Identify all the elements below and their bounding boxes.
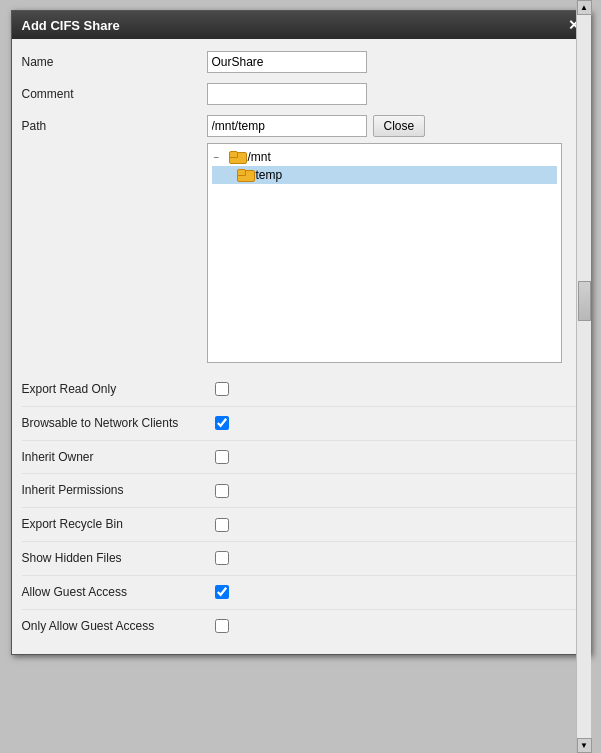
only-allow-guest-access-label: Only Allow Guest Access (22, 618, 207, 635)
checkboxes-section: Export Read Only Browsable to Network Cl… (22, 373, 580, 642)
add-cifs-share-dialog: Add CIFS Share ✕ Name Comment Path (11, 10, 591, 655)
show-hidden-files-checkbox[interactable] (215, 551, 229, 565)
inherit-owner-row: Inherit Owner (22, 441, 580, 475)
scroll-down-icon: ▼ (580, 741, 588, 750)
path-input-group: Close (207, 115, 580, 137)
scroll-up-button[interactable]: ▲ (577, 0, 592, 15)
mnt-folder-icon (229, 151, 245, 164)
allow-guest-access-label: Allow Guest Access (22, 584, 207, 601)
only-allow-guest-access-checkbox[interactable] (215, 619, 229, 633)
show-hidden-files-checkbox-area (207, 551, 237, 565)
path-close-button[interactable]: Close (373, 115, 426, 137)
only-allow-guest-access-row: Only Allow Guest Access (22, 610, 580, 643)
temp-folder-icon (237, 169, 253, 182)
file-tree: − /mnt temp (207, 143, 562, 363)
inherit-permissions-row: Inherit Permissions (22, 474, 580, 508)
title-bar: Add CIFS Share ✕ (12, 11, 590, 39)
show-hidden-files-row: Show Hidden Files (22, 542, 580, 576)
export-recycle-bin-label: Export Recycle Bin (22, 516, 207, 533)
path-field-container: Close − /mnt temp (207, 115, 580, 363)
show-hidden-files-label: Show Hidden Files (22, 550, 207, 567)
inherit-owner-checkbox[interactable] (215, 450, 229, 464)
mnt-toggle-icon: − (214, 152, 226, 163)
browsable-network-clients-checkbox-area (207, 416, 237, 430)
export-recycle-bin-checkbox[interactable] (215, 518, 229, 532)
comment-label: Comment (22, 83, 207, 101)
path-input[interactable] (207, 115, 367, 137)
scroll-up-icon: ▲ (580, 3, 588, 12)
inherit-owner-label: Inherit Owner (22, 449, 207, 466)
export-read-only-checkbox[interactable] (215, 382, 229, 396)
allow-guest-access-checkbox-area (207, 585, 237, 599)
dialog-body: Name Comment Path Close (12, 39, 590, 654)
dialog-title: Add CIFS Share (22, 18, 120, 33)
browsable-network-clients-checkbox[interactable] (215, 416, 229, 430)
browsable-network-clients-label: Browsable to Network Clients (22, 415, 207, 432)
path-row: Path Close − /mnt (22, 115, 580, 363)
dialog-container: Add CIFS Share ✕ Name Comment Path (11, 0, 591, 665)
inherit-permissions-checkbox-area (207, 484, 237, 498)
allow-guest-access-row: Allow Guest Access (22, 576, 580, 610)
inherit-permissions-label: Inherit Permissions (22, 482, 207, 499)
allow-guest-access-checkbox[interactable] (215, 585, 229, 599)
inherit-owner-checkbox-area (207, 450, 237, 464)
tree-item-temp[interactable]: temp (212, 166, 557, 184)
temp-label: temp (256, 168, 283, 182)
browsable-network-clients-row: Browsable to Network Clients (22, 407, 580, 441)
only-allow-guest-access-checkbox-area (207, 619, 237, 633)
name-input[interactable] (207, 51, 367, 73)
scroll-down-button[interactable]: ▼ (577, 738, 592, 753)
tree-item-mnt[interactable]: − /mnt (212, 148, 557, 166)
path-label: Path (22, 115, 207, 133)
export-recycle-bin-checkbox-area (207, 518, 237, 532)
export-recycle-bin-row: Export Recycle Bin (22, 508, 580, 542)
name-row: Name (22, 51, 580, 73)
comment-input[interactable] (207, 83, 367, 105)
name-field-container (207, 51, 580, 73)
export-read-only-label: Export Read Only (22, 381, 207, 398)
comment-row: Comment (22, 83, 580, 105)
inherit-permissions-checkbox[interactable] (215, 484, 229, 498)
export-read-only-checkbox-area (207, 382, 237, 396)
comment-field-container (207, 83, 580, 105)
name-label: Name (22, 51, 207, 69)
export-read-only-row: Export Read Only (22, 373, 580, 407)
mnt-label: /mnt (248, 150, 271, 164)
scrollbar-thumb[interactable] (578, 281, 591, 321)
scrollbar[interactable]: ▲ ▼ (576, 0, 591, 753)
